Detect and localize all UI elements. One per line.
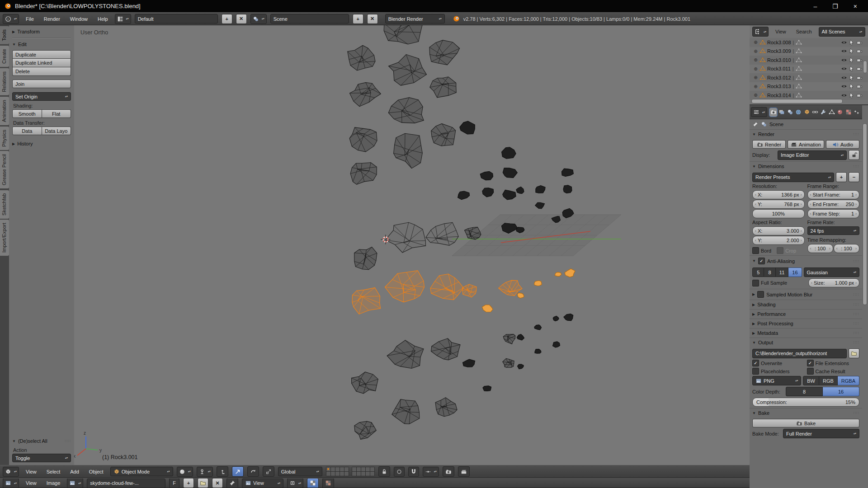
maximize-button[interactable]: ❐ bbox=[832, 3, 838, 10]
expand-icon[interactable]: ⊕ bbox=[753, 66, 758, 71]
resolution-y-field[interactable]: ‹Y:768 px› bbox=[752, 200, 805, 209]
rock-object[interactable] bbox=[435, 398, 457, 417]
editor-type-info-button[interactable]: i ▴▾ bbox=[3, 14, 19, 24]
panel-antialiasing-header[interactable]: ▼ Anti-Aliasing ∷∷ bbox=[750, 255, 862, 266]
layer-cell[interactable] bbox=[335, 467, 340, 471]
rock-object[interactable] bbox=[352, 372, 378, 394]
rock-object[interactable] bbox=[516, 187, 524, 193]
duplicate-linked-button[interactable]: Duplicate Linked bbox=[12, 59, 71, 67]
expand-icon[interactable]: ⊕ bbox=[753, 57, 758, 62]
rock-object[interactable] bbox=[431, 338, 460, 360]
rock-object[interactable] bbox=[430, 274, 464, 300]
bw-button[interactable]: BW bbox=[803, 376, 819, 385]
shelf-tab-relations[interactable]: Relations bbox=[0, 68, 9, 95]
panel-deselect-header[interactable]: ▼ (De)select All ∷∷ bbox=[12, 437, 71, 445]
outliner-item[interactable]: ⊕ Rock3.011 | bbox=[750, 65, 868, 74]
panel-grip[interactable]: ∷∷ bbox=[854, 312, 859, 316]
aa-samples-11-button[interactable]: 11 bbox=[776, 267, 788, 277]
file-format-select[interactable]: PNG▴▾ bbox=[752, 376, 801, 385]
rock-object[interactable] bbox=[503, 168, 517, 178]
rock-object[interactable] bbox=[350, 83, 381, 107]
cursor-icon[interactable] bbox=[849, 48, 855, 54]
data-transfer-data-button[interactable]: Data bbox=[12, 127, 42, 135]
rock-object[interactable] bbox=[463, 359, 475, 367]
compression-slider[interactable]: Compression: 15% bbox=[752, 398, 859, 407]
expand-icon[interactable]: ⊕ bbox=[753, 49, 758, 54]
editor-type-image-button[interactable]: ▴▾ bbox=[3, 478, 19, 488]
camera-restrict-icon[interactable] bbox=[856, 66, 863, 72]
layer-cell[interactable] bbox=[340, 467, 344, 471]
layer-cell[interactable] bbox=[340, 472, 344, 476]
eye-icon[interactable] bbox=[841, 48, 847, 54]
rotate-manipulator-button[interactable] bbox=[247, 466, 259, 477]
depth-8-button[interactable]: 8 bbox=[786, 387, 823, 396]
rock-object[interactable] bbox=[431, 124, 456, 146]
depth-16-button[interactable]: 16 bbox=[823, 387, 859, 396]
shade-flat-button[interactable]: Flat bbox=[42, 109, 71, 118]
camera-restrict-icon[interactable] bbox=[856, 83, 863, 89]
3d-viewport[interactable]: zyxUser Ortho(1) Rock3.001 bbox=[74, 25, 750, 465]
rock-object[interactable] bbox=[392, 399, 420, 424]
antialiasing-checkbox[interactable] bbox=[758, 258, 765, 264]
outliner-item[interactable]: ⊕ Rock3.014 | bbox=[750, 91, 868, 100]
end-frame-field[interactable]: ‹End Frame:250› bbox=[807, 200, 860, 209]
eye-icon[interactable] bbox=[841, 83, 847, 89]
eye-icon[interactable] bbox=[841, 66, 847, 72]
open-image-button[interactable] bbox=[198, 478, 208, 488]
panel-output-header[interactable]: ▼ Output ∷∷ bbox=[750, 338, 862, 347]
rock-object[interactable] bbox=[482, 188, 494, 197]
remap-new-field[interactable]: ‹: 100› bbox=[834, 244, 859, 253]
display-channels-select[interactable]: ▴▾ bbox=[287, 478, 303, 488]
screen-layout-icon-button[interactable]: ▴▾ bbox=[115, 14, 131, 24]
outliner-item[interactable]: ⊕ Rock3.012 | bbox=[750, 73, 868, 82]
rock-object[interactable] bbox=[565, 269, 575, 277]
menu-view[interactable]: View bbox=[23, 469, 40, 474]
start-frame-field[interactable]: ‹Start Frame:1› bbox=[807, 190, 860, 199]
rock-object[interactable] bbox=[503, 358, 514, 367]
motion-blur-checkbox[interactable] bbox=[757, 291, 764, 298]
resolution-scale-field[interactable]: 100% bbox=[752, 209, 805, 218]
shelf-tab-sketchfab[interactable]: Sketchfab bbox=[0, 190, 9, 219]
layer-cell[interactable] bbox=[331, 467, 335, 471]
panel-transform-header[interactable]: ▶ Transform bbox=[12, 28, 71, 36]
rock-object[interactable] bbox=[394, 133, 423, 168]
layer-cell[interactable] bbox=[352, 472, 356, 476]
scene-icon-button[interactable]: ▴▾ bbox=[250, 14, 267, 24]
expand-icon[interactable]: ⊕ bbox=[753, 93, 758, 98]
rock-object[interactable] bbox=[354, 247, 377, 270]
rock-object[interactable] bbox=[564, 314, 573, 321]
layer-cell[interactable] bbox=[344, 472, 349, 476]
alpha-only-toggle-button[interactable] bbox=[322, 478, 334, 488]
proportional-edit-select[interactable] bbox=[394, 467, 405, 477]
layers-widget[interactable] bbox=[326, 467, 375, 476]
cursor-icon[interactable] bbox=[849, 75, 855, 81]
menu-search[interactable]: Search bbox=[793, 29, 815, 34]
expand-icon[interactable]: ⊕ bbox=[753, 75, 758, 80]
tab-scene[interactable] bbox=[786, 108, 794, 117]
layer-cell[interactable] bbox=[370, 472, 374, 476]
shelf-tab-grease-pencil[interactable]: Grease Pencil bbox=[0, 151, 9, 188]
join-button[interactable]: Join bbox=[12, 80, 71, 88]
remove-preset-button[interactable]: − bbox=[849, 172, 859, 182]
menu-file[interactable]: File bbox=[23, 16, 37, 22]
rock-object[interactable] bbox=[562, 169, 574, 176]
layer-cell[interactable] bbox=[344, 467, 349, 471]
frame-rate-select[interactable]: 24 fps▴▾ bbox=[807, 226, 860, 235]
rock-object[interactable] bbox=[430, 77, 456, 98]
panel-grip[interactable]: ∷∷ bbox=[854, 411, 859, 415]
shelf-tab-tools[interactable]: Tools bbox=[0, 26, 9, 44]
rock-object[interactable] bbox=[387, 340, 424, 368]
pin-button[interactable] bbox=[226, 478, 238, 488]
rock-object[interactable] bbox=[503, 334, 515, 344]
placeholders-checkbox[interactable] bbox=[752, 368, 759, 375]
outliner-filter-select[interactable]: All Scenes▴▾ bbox=[819, 27, 865, 37]
eye-icon[interactable] bbox=[841, 57, 847, 63]
manipulator-toggle[interactable] bbox=[217, 466, 228, 477]
delete-button[interactable]: Delete bbox=[12, 67, 71, 76]
eye-icon[interactable] bbox=[841, 39, 847, 46]
menu-render[interactable]: Render bbox=[41, 16, 63, 22]
panel-grip[interactable]: ∷∷ bbox=[65, 439, 71, 443]
panel-history-header[interactable]: ▶ History bbox=[12, 140, 71, 148]
rock-object[interactable] bbox=[429, 40, 460, 65]
rock-object[interactable] bbox=[388, 98, 424, 123]
